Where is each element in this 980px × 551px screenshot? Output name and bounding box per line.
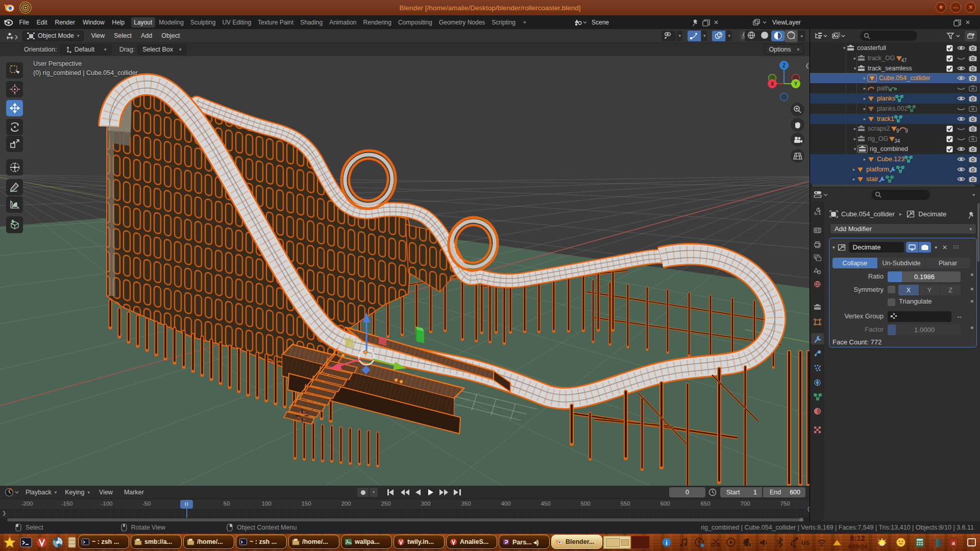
svg-text:Z: Z (782, 63, 786, 68)
svg-text:a: a (952, 539, 955, 546)
svg-text:X: X (771, 81, 774, 87)
svg-text:Y: Y (794, 81, 798, 87)
